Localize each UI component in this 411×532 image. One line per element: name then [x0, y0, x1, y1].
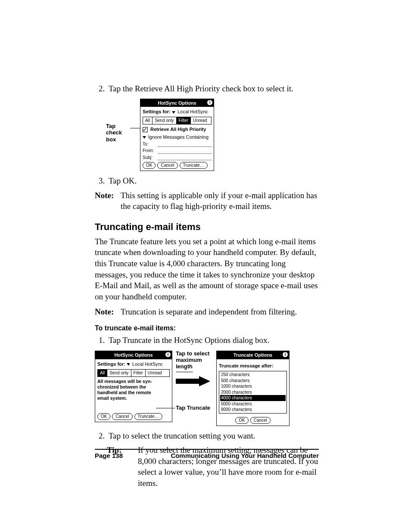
- truncate-button[interactable]: Truncate…: [134, 413, 162, 420]
- note-block: Note: This setting is applicable only if…: [95, 190, 319, 212]
- figure-truncate: HotSync Options i Settings for: Local Ho…: [95, 351, 319, 426]
- filter-tabs: All Send only Filter Unread: [143, 117, 212, 124]
- proc-step-1: Tap Truncate in the HotSync Options dial…: [107, 335, 319, 346]
- page-footer: Page 138 Communicating Using Your Handhe…: [95, 449, 319, 460]
- ok-button[interactable]: OK: [97, 413, 110, 420]
- note-text: This setting is applicable only if your …: [121, 190, 319, 212]
- arrow-icon: [176, 375, 213, 388]
- settings-for-value: Local HotSync: [132, 361, 163, 367]
- settings-for-label: Settings for:: [143, 109, 171, 114]
- dialog-title-bar: HotSync Options i: [140, 99, 214, 107]
- procedure-heading: To truncate e-mail items:: [95, 324, 319, 333]
- chapter-title: Communicating Using Your Handheld Comput…: [171, 451, 319, 460]
- callout-bottom: Tap Truncate: [176, 405, 213, 408]
- step-2: Tap the Retrieve All High Priority check…: [107, 83, 319, 94]
- truncate-options-dialog: Truncate Options i Truncate message afte…: [216, 351, 290, 426]
- ignore-msgs-label: Ignore Messages Containing: [148, 134, 209, 140]
- hotsync-options-dialog: HotSync Options i Settings for: Local Ho…: [140, 99, 214, 171]
- callout-bottom-text: Tap Truncate: [176, 404, 210, 411]
- tab-unread[interactable]: Unread: [146, 370, 164, 376]
- tab-unread[interactable]: Unread: [191, 117, 209, 124]
- info-icon[interactable]: i: [207, 100, 212, 105]
- info-icon[interactable]: i: [283, 352, 288, 357]
- page-number: Page 138: [95, 451, 123, 460]
- subj-field[interactable]: [158, 156, 212, 160]
- note-text: Truncation is separate and independent f…: [121, 306, 319, 317]
- section-paragraph: The Truncate feature lets you set a poin…: [95, 236, 319, 302]
- ok-button[interactable]: OK: [235, 417, 248, 424]
- page-content: Tap the Retrieve All High Priority check…: [95, 83, 319, 492]
- retrieve-high-priority-label: Retrieve All High Priority: [150, 127, 206, 132]
- from-field[interactable]: [158, 149, 212, 154]
- cancel-button[interactable]: Cancel: [157, 162, 177, 169]
- cancel-button[interactable]: Cancel: [112, 413, 132, 420]
- cancel-button[interactable]: Cancel: [250, 417, 271, 424]
- retrieve-high-priority-checkbox[interactable]: [143, 127, 148, 132]
- list-item[interactable]: 4000 characters: [220, 395, 286, 401]
- list-item[interactable]: 2000 characters: [220, 389, 286, 395]
- truncate-subtitle: Truncate message after:: [219, 363, 274, 368]
- ok-button[interactable]: OK: [143, 162, 156, 169]
- hotsync-options-dialog-2: HotSync Options i Settings for: Local Ho…: [95, 351, 172, 422]
- dropdown-icon[interactable]: [127, 363, 130, 366]
- dropdown-icon[interactable]: [172, 111, 175, 114]
- settings-for-value: Local HotSync: [177, 109, 208, 114]
- dialog-title-bar: Truncate Options i: [217, 351, 289, 359]
- figure-hotsync-filter: Tap check box HotSync Options i Settings…: [106, 99, 319, 171]
- truncate-button[interactable]: Truncate…: [180, 162, 208, 169]
- tab-all[interactable]: All: [143, 117, 153, 124]
- truncate-options-list[interactable]: 250 characters 500 characters 1000 chara…: [219, 371, 287, 414]
- to-label: To:: [143, 141, 157, 147]
- note-label: Note:: [95, 306, 121, 317]
- note-block-2: Note: Truncation is separate and indepen…: [95, 306, 319, 317]
- svg-marker-0: [176, 376, 210, 386]
- proc-step-2: Tap to select the truncation setting you…: [107, 430, 319, 442]
- list-item[interactable]: 500 characters: [220, 378, 286, 384]
- dropdown-icon[interactable]: [143, 136, 146, 139]
- list-item[interactable]: 1000 characters: [220, 383, 286, 389]
- list-item[interactable]: 250 characters: [220, 372, 286, 378]
- dialog-title: HotSync Options: [114, 352, 153, 358]
- callout-top: Tap to select maximum length: [176, 351, 213, 370]
- step-3: Tap OK.: [107, 175, 319, 187]
- tab-filter[interactable]: Filter: [131, 370, 146, 376]
- leader-line: [156, 408, 175, 408]
- list-item[interactable]: 8000 characters: [220, 407, 286, 413]
- info-icon[interactable]: i: [165, 352, 171, 357]
- tab-send-only[interactable]: Send only: [107, 370, 131, 376]
- tab-all[interactable]: All: [98, 370, 107, 376]
- from-label: From:: [143, 148, 157, 154]
- settings-for-label: Settings for:: [97, 361, 125, 367]
- dialog-title: Truncate Options: [234, 352, 272, 358]
- tab-filter[interactable]: Filter: [177, 117, 191, 124]
- list-item[interactable]: 6000 characters: [220, 401, 286, 407]
- sync-message: All messages will be syn-chronized betwe…: [97, 379, 170, 401]
- dialog-title-bar: HotSync Options i: [95, 351, 172, 359]
- figure-mid-callouts: Tap to select maximum length Tap Truncat…: [176, 351, 213, 408]
- filter-tabs: All Send only Filter Unread: [97, 369, 170, 377]
- subj-label: Subj:: [143, 155, 157, 161]
- to-field[interactable]: [158, 142, 212, 147]
- section-heading: Truncating e-mail items: [95, 221, 319, 233]
- fig1-caption: Tap check box: [106, 123, 130, 143]
- note-label: Note:: [95, 190, 121, 212]
- leader-line: [176, 372, 193, 372]
- tab-send-only[interactable]: Send only: [153, 117, 176, 124]
- dialog-title: HotSync Options: [158, 100, 196, 106]
- fig1-leader-line: [130, 128, 140, 128]
